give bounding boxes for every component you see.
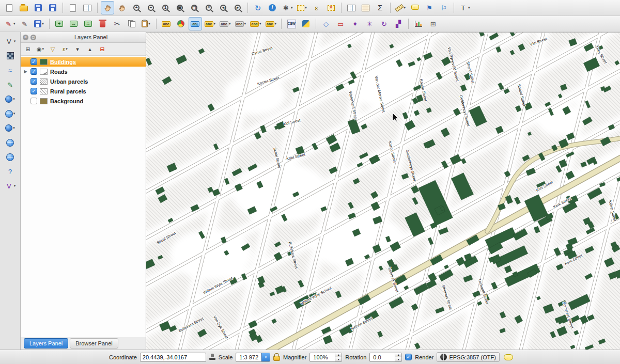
split-features-button[interactable]: ✦ (348, 17, 362, 30)
change-label-properties-dropdown-icon[interactable]: ▾ (275, 22, 277, 26)
select-features-dropdown-icon[interactable]: ▾ (305, 6, 307, 10)
map-refresh-button[interactable]: ↻ (251, 1, 265, 14)
text-annotation-dropdown-icon[interactable]: ▾ (468, 6, 470, 10)
layer-visibility-checkbox[interactable] (30, 98, 37, 104)
render-checkbox[interactable]: ✓ (405, 354, 412, 360)
raster-calculator-button[interactable]: ⊞ (426, 17, 440, 30)
metasearch-csw-button[interactable]: CSW (285, 17, 298, 30)
highlight-pinned-labels-button[interactable]: abc▾ (218, 17, 233, 30)
layer-item-background[interactable]: Background (21, 96, 146, 106)
highlight-pinned-labels-dropdown-icon[interactable]: ▾ (229, 22, 231, 26)
select-features-button[interactable]: ▾ (296, 1, 309, 14)
add-vector-layer-dropdown-icon[interactable]: ▾ (14, 39, 16, 43)
deselect-all-button[interactable]: ✕ (324, 1, 338, 14)
composer-manager-button[interactable] (81, 1, 94, 14)
layer-visibility-checkbox[interactable]: ✓ (30, 78, 37, 85)
add-wms-layer-dropdown-icon[interactable]: ▾ (13, 112, 16, 116)
manage-layer-visibility-dropdown-icon[interactable]: ▾ (42, 47, 44, 51)
paste-features-dropdown-icon[interactable]: ▾ (148, 22, 150, 26)
add-wms-layer-button[interactable]: ▾ (2, 107, 19, 120)
layer-item-buildings[interactable]: ✓Buildings (21, 57, 146, 67)
pin-labels-button[interactable]: abc▾ (203, 17, 218, 30)
panel-tab-browser-panel[interactable]: Browser Panel (70, 338, 118, 349)
layer-visibility-checkbox[interactable]: ✓ (30, 58, 37, 65)
layer-labeling-button[interactable]: abc (160, 17, 173, 30)
node-tool-button[interactable]: ∴ (82, 17, 95, 30)
measure-button[interactable]: ▾ (394, 1, 408, 14)
remove-layer-button[interactable]: ⊟ (97, 44, 108, 54)
pin-labels-dropdown-icon[interactable]: ▾ (214, 22, 216, 26)
show-bookmarks-button[interactable]: ⚐ (437, 1, 451, 14)
zoom-to-layer-button[interactable]: ≡ (202, 1, 215, 14)
filter-by-expression-dropdown-icon[interactable]: ▾ (66, 47, 68, 51)
simplify-feature-button[interactable]: ▞ (392, 17, 405, 30)
add-virtual-layer-button[interactable]: V▾ (2, 180, 19, 192)
zoom-full-button[interactable]: ▣ (173, 1, 187, 14)
raster-histogram-button[interactable] (412, 17, 425, 30)
crs-status-button[interactable]: EPSG:3857 (OTF) (437, 352, 499, 362)
add-vector-layer-button[interactable]: V▾ (2, 35, 19, 48)
panel-float-icon[interactable]: ◻ (30, 35, 36, 40)
rotate-label-dropdown-icon[interactable]: ▾ (259, 22, 261, 26)
expander-icon[interactable]: ▶ (23, 69, 28, 74)
cut-features-button[interactable]: ✂ (111, 17, 124, 30)
offset-curve-button[interactable]: ◇ (319, 17, 333, 30)
collapse-all-button[interactable]: ▴ (84, 44, 96, 54)
log-messages-icon[interactable] (504, 354, 513, 360)
add-delimited-text-layer-button[interactable]: ≈ (2, 64, 19, 76)
project-open-button[interactable] (17, 1, 30, 14)
zoom-next-button[interactable]: ▸ (231, 1, 244, 14)
map-tips-button[interactable] (408, 1, 422, 14)
change-label-properties-button[interactable]: abc▾ (264, 17, 278, 30)
layer-visibility-checkbox[interactable]: ✓ (30, 68, 37, 75)
zoom-to-selection-button[interactable]: ▢ (188, 1, 201, 14)
pan-to-selection-button[interactable] (115, 1, 129, 14)
rotation-spinbox[interactable]: 0.0 ▲▼ (369, 353, 402, 362)
field-calculator-button[interactable] (359, 1, 373, 14)
save-layer-edits-button[interactable]: ▾ (33, 17, 46, 30)
pan-map-button[interactable] (101, 1, 114, 14)
magnifier-spinbox[interactable]: 100% ▲▼ (309, 353, 342, 362)
rotate-label-button[interactable]: abc▾ (249, 17, 263, 30)
rotate-feature-button[interactable]: ↻ (377, 17, 391, 30)
mouse-position-icon[interactable] (209, 354, 215, 360)
project-save-as-button[interactable] (46, 1, 59, 14)
identify-features-button[interactable]: i (266, 1, 279, 14)
labeling-options-button[interactable]: ab| (189, 17, 202, 30)
run-feature-action-dropdown-icon[interactable]: ▾ (291, 6, 293, 10)
filter-by-expression-button[interactable]: ε▾ (59, 44, 71, 54)
scale-lock-icon[interactable] (273, 356, 280, 361)
zoom-last-button[interactable]: ◂ (216, 1, 230, 14)
add-spatialite-layer-button[interactable]: ▾ (2, 93, 19, 105)
manage-layer-visibility-button[interactable]: ◉▾ (35, 44, 46, 54)
run-feature-action-button[interactable]: ✱▾ (280, 1, 295, 14)
magnifier-spin-buttons[interactable]: ▲▼ (335, 353, 342, 361)
new-bookmark-button[interactable]: ⚑ (423, 1, 436, 14)
copy-features-button[interactable] (125, 17, 138, 30)
scale-dropdown-icon[interactable]: ▼ (261, 353, 270, 361)
help-lookup-button[interactable]: ? (2, 165, 19, 178)
reshape-features-button[interactable]: ▭ (334, 17, 347, 30)
measure-dropdown-icon[interactable]: ▾ (404, 6, 406, 10)
add-feature-button[interactable]: + (53, 17, 66, 30)
expand-all-button[interactable]: ▾ (72, 44, 83, 54)
text-annotation-button[interactable]: T▾ (457, 1, 472, 14)
add-postgis-layer-button[interactable]: ▾ (2, 122, 19, 134)
select-by-expression-button[interactable]: ε (310, 1, 323, 14)
move-feature-button[interactable]: ↔ (67, 17, 81, 30)
project-save-button[interactable] (32, 1, 45, 14)
move-label-dropdown-icon[interactable]: ▾ (244, 22, 246, 26)
layer-item-rural-parcels[interactable]: ✓Rural parcels (21, 86, 146, 96)
add-virtual-layer-dropdown-icon[interactable]: ▾ (14, 184, 16, 188)
add-postgis-layer-dropdown-icon[interactable]: ▾ (13, 126, 15, 130)
paste-features-button[interactable]: ▾ (140, 17, 153, 30)
panel-close-icon[interactable]: ✕ (23, 35, 28, 40)
delete-selected-button[interactable] (96, 17, 110, 30)
add-raster-layer-button[interactable] (2, 50, 19, 62)
new-print-composer-button[interactable] (66, 1, 80, 14)
current-edits-dropdown-icon[interactable]: ▾ (13, 22, 16, 26)
add-group-button[interactable]: ⊞ (22, 44, 34, 54)
zoom-in-button[interactable]: + (130, 1, 143, 14)
save-layer-edits-dropdown-icon[interactable]: ▾ (42, 22, 44, 26)
panel-tab-layers-panel[interactable]: Layers Panel (24, 338, 68, 349)
